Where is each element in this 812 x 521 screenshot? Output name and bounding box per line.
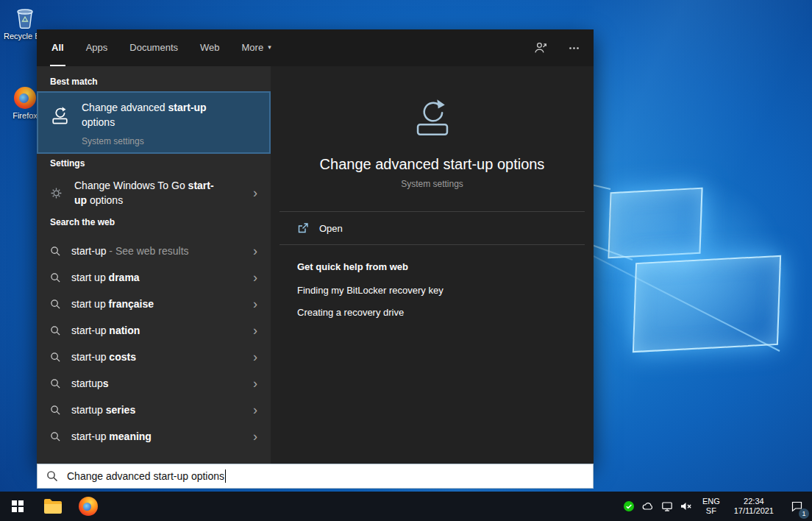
- settings-result-label: Change Windows To Go start-up options: [74, 178, 225, 208]
- chevron-right-icon[interactable]: ›: [246, 374, 265, 393]
- chevron-right-icon[interactable]: ›: [246, 347, 265, 366]
- search-icon: [50, 272, 61, 283]
- search-icon: [50, 405, 61, 416]
- preview-subtitle: System settings: [271, 179, 594, 189]
- web-suggestions-list: start-up - See web results › start up dr…: [37, 238, 271, 450]
- best-match-result[interactable]: Change advanced start-up options System …: [37, 91, 271, 154]
- result-preview-pane: Change advanced start-up options System …: [271, 66, 594, 464]
- open-icon: [297, 222, 309, 234]
- help-link-bitlocker[interactable]: Finding my BitLocker recovery key: [297, 285, 567, 296]
- clock-time: 22:34: [744, 497, 764, 506]
- search-icon: [50, 299, 61, 310]
- search-input-value: Change advanced start-up options: [67, 470, 224, 482]
- language-code: ENG: [702, 497, 720, 506]
- action-center-button[interactable]: 1: [781, 492, 812, 521]
- tab-apps[interactable]: Apps: [85, 29, 110, 66]
- tray-security[interactable]: [619, 492, 638, 521]
- volume-muted-icon: [680, 500, 692, 512]
- onedrive-cloud-icon: [641, 500, 654, 512]
- chevron-right-icon[interactable]: ›: [246, 183, 265, 202]
- tab-documents[interactable]: Documents: [128, 29, 179, 66]
- network-icon: [661, 500, 673, 512]
- language-indicator[interactable]: ENG SF: [696, 492, 727, 521]
- chevron-right-icon[interactable]: ›: [246, 427, 265, 446]
- settings-result-windows-to-go[interactable]: Change Windows To Go start-up options ›: [37, 173, 271, 213]
- web-suggestion[interactable]: start up drama ›: [37, 264, 271, 291]
- web-suggestion[interactable]: start-up - See web results ›: [37, 238, 271, 264]
- suggestion-text: start-up costs: [71, 351, 136, 363]
- search-panel: All Apps Documents Web More ▾: [37, 29, 594, 464]
- tab-label: Documents: [129, 42, 178, 53]
- taskbar: ENG SF 22:34 17/11/2021 1: [0, 492, 812, 521]
- tab-label: All: [51, 42, 64, 53]
- desktop-icon-label: Firefox: [13, 111, 38, 120]
- tab-all[interactable]: All: [50, 29, 65, 66]
- tab-more[interactable]: More ▾: [241, 29, 273, 66]
- suggestion-text: start up drama: [71, 272, 140, 283]
- search-icon: [50, 325, 61, 336]
- text-cursor: [225, 469, 226, 483]
- tray-network[interactable]: [658, 492, 677, 521]
- suggestion-text: startup series: [71, 404, 135, 416]
- suggestion-text: start-up - See web results: [71, 245, 189, 257]
- section-header-search-web: Search the web: [37, 213, 271, 232]
- security-check-icon: [623, 500, 635, 512]
- tray-volume[interactable]: [677, 492, 696, 521]
- open-label: Open: [319, 223, 343, 234]
- chevron-down-icon: ▾: [268, 43, 271, 51]
- search-icon: [50, 352, 61, 363]
- help-link-recovery-drive[interactable]: Creating a recovery drive: [297, 307, 567, 318]
- preview-title: Change advanced start-up options: [271, 156, 594, 173]
- chevron-right-icon[interactable]: ›: [246, 268, 265, 287]
- recycle-bin-icon: [14, 6, 36, 29]
- web-suggestion[interactable]: startups ›: [37, 370, 271, 397]
- system-tray: ENG SF 22:34 17/11/2021 1: [619, 492, 812, 521]
- start-button[interactable]: [0, 492, 35, 521]
- web-help-section: Get quick help from web Finding my BitLo…: [271, 245, 594, 329]
- web-suggestion[interactable]: start-up costs ›: [37, 344, 271, 370]
- section-header-best-match: Best match: [37, 72, 271, 91]
- tab-label: Apps: [86, 42, 108, 53]
- windows-logo-icon: [12, 500, 24, 512]
- wallpaper-window-pane: [633, 255, 781, 352]
- chevron-right-icon[interactable]: ›: [246, 294, 265, 313]
- ellipsis-icon: [568, 46, 580, 50]
- chevron-right-icon[interactable]: ›: [246, 321, 265, 340]
- tab-label: More: [242, 42, 264, 53]
- user-account-button[interactable]: [534, 41, 547, 54]
- help-header: Get quick help from web: [297, 261, 567, 272]
- user-account-icon: [534, 41, 547, 54]
- search-icon: [46, 470, 58, 482]
- taskbar-clock[interactable]: 22:34 17/11/2021: [727, 492, 781, 521]
- web-suggestion[interactable]: startup series ›: [37, 397, 271, 423]
- taskbar-firefox[interactable]: [71, 492, 106, 521]
- more-options-button[interactable]: [568, 46, 580, 50]
- tab-label: Web: [200, 42, 220, 53]
- search-results-list: Best match Change advanced start-up opti…: [37, 66, 271, 464]
- web-suggestion[interactable]: start-up nation ›: [37, 317, 271, 344]
- suggestion-text: start-up nation: [71, 325, 140, 336]
- best-match-title: Change advanced start-up options: [82, 100, 240, 130]
- firefox-icon: [14, 87, 36, 109]
- chevron-right-icon[interactable]: ›: [246, 400, 265, 419]
- windows-to-go-icon: [50, 187, 63, 199]
- clock-date: 17/11/2021: [734, 506, 774, 516]
- search-input[interactable]: Change advanced start-up options: [37, 464, 594, 489]
- web-suggestion[interactable]: start-up meaning ›: [37, 423, 271, 450]
- web-suggestion[interactable]: start up française ›: [37, 291, 271, 317]
- chevron-right-icon[interactable]: ›: [246, 241, 265, 260]
- best-match-subtitle: System settings: [82, 136, 240, 146]
- notification-badge: 1: [799, 508, 809, 519]
- tab-web[interactable]: Web: [199, 29, 221, 66]
- file-explorer-icon: [43, 498, 63, 514]
- suggestion-text: startups: [71, 378, 109, 389]
- search-icon: [50, 378, 61, 389]
- keyboard-layout: SF: [706, 506, 716, 516]
- advanced-startup-icon: [50, 106, 70, 126]
- search-tabs-bar: All Apps Documents Web More ▾: [37, 29, 594, 66]
- open-action[interactable]: Open: [271, 212, 594, 244]
- taskbar-file-explorer[interactable]: [35, 492, 71, 521]
- firefox-icon: [79, 497, 98, 516]
- section-header-settings: Settings: [37, 154, 271, 173]
- tray-onedrive[interactable]: [638, 492, 658, 521]
